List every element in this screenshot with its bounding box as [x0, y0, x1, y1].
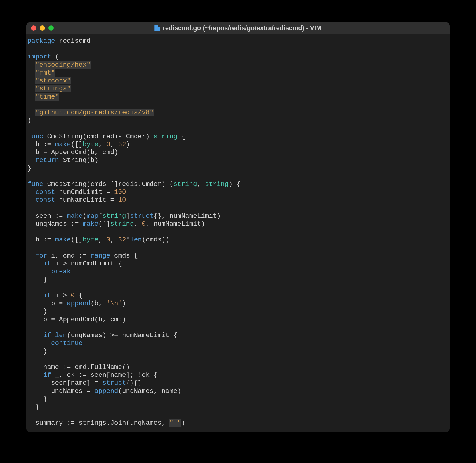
- zoom-button[interactable]: [48, 25, 54, 31]
- code-line: if i > numCmdLimit {: [27, 260, 449, 268]
- code-line: unqNames = append(unqNames, name): [27, 387, 449, 395]
- code-line: if i > 0 {: [27, 292, 449, 300]
- close-button[interactable]: [31, 25, 36, 31]
- code-line: }: [27, 395, 449, 403]
- code-line: const numCmdLimit = 100: [27, 188, 449, 196]
- code-line: b = AppendCmd(b, cmd): [27, 148, 449, 156]
- code-line: }: [27, 276, 449, 284]
- code-line: b = AppendCmd(b, cmd): [27, 316, 449, 324]
- code-line: if _, ok := seen[name]; !ok {: [27, 371, 449, 379]
- code-line: b := make([]byte, 0, 32): [27, 141, 449, 148]
- code-line: [27, 324, 449, 331]
- window-title: rediscmd.go (~/repos/redis/go/extra/redi…: [163, 24, 321, 32]
- editor-viewport[interactable]: package rediscmd import ( "encoding/hex"…: [26, 34, 450, 432]
- code-line: [27, 355, 449, 363]
- code-line: seen[name] = struct{}{}: [27, 379, 449, 387]
- code-line: [27, 45, 449, 53]
- code-line: "fmt": [27, 69, 449, 77]
- code-line: }: [27, 307, 449, 315]
- code-line: ): [27, 117, 449, 125]
- code-line: const numNameLimit = 10: [27, 196, 449, 204]
- code-line: [27, 411, 449, 419]
- title-wrap: rediscmd.go (~/repos/redis/go/extra/redi…: [154, 24, 321, 32]
- code-line: "strings": [27, 85, 449, 93]
- code-line: [27, 244, 449, 252]
- code-line: if len(unqNames) >= numNameLimit {: [27, 331, 449, 339]
- code-line: [27, 284, 449, 292]
- code-line: for i, cmd := range cmds {: [27, 252, 449, 260]
- code-line: func CmdsString(cmds []redis.Cmder) (str…: [27, 180, 449, 188]
- code-line: continue: [27, 339, 449, 347]
- terminal-window: rediscmd.go (~/repos/redis/go/extra/redi…: [26, 22, 450, 432]
- code-line: }: [27, 348, 449, 355]
- code-line: }: [27, 403, 449, 411]
- code-line: summary := strings.Join(unqNames, " "): [27, 419, 449, 427]
- file-icon: [154, 25, 160, 31]
- code-line: import (: [27, 53, 449, 61]
- code-line: [27, 172, 449, 180]
- code-line: seen := make(map[string]struct{}, numNam…: [27, 212, 449, 220]
- code-line: [27, 228, 449, 236]
- code-line: break: [27, 268, 449, 276]
- minimize-button[interactable]: [40, 25, 45, 31]
- code-line: [27, 125, 449, 132]
- code-line: return String(b): [27, 156, 449, 164]
- code-line: "github.com/go-redis/redis/v8": [27, 109, 449, 117]
- code-line: "encoding/hex": [27, 61, 449, 69]
- code-line: func CmdString(cmd redis.Cmder) string {: [27, 133, 449, 141]
- code-line: unqNames := make([]string, 0, numNameLim…: [27, 220, 449, 228]
- code-line: b = append(b, '\n'): [27, 300, 449, 307]
- code-line: package rediscmd: [27, 37, 449, 45]
- titlebar: rediscmd.go (~/repos/redis/go/extra/redi…: [26, 22, 450, 34]
- code-line: "strconv": [27, 77, 449, 85]
- code-line: "time": [27, 93, 449, 101]
- code-line: }: [27, 165, 449, 172]
- code-line: b := make([]byte, 0, 32*len(cmds)): [27, 236, 449, 244]
- code-line: name := cmd.FullName(): [27, 363, 449, 371]
- traffic-lights: [31, 25, 54, 31]
- code-line: [27, 101, 449, 109]
- code-line: [27, 204, 449, 212]
